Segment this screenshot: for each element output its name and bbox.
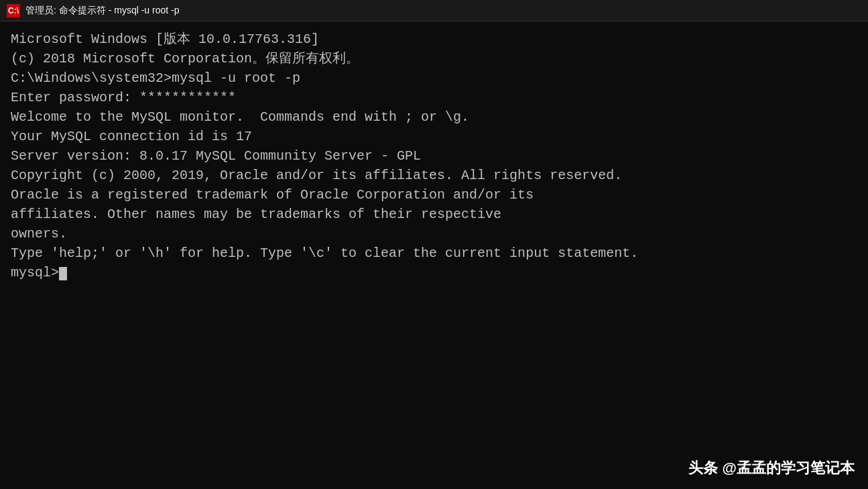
terminal-icon: C:\ [7,4,20,17]
watermark: 头条 @孟孟的学习笔记本 [688,458,855,478]
terminal-line: Copyright (c) 2000, 2019, Oracle and/or … [11,166,857,185]
terminal-content: Microsoft Windows [版本 10.0.17763.316](c)… [11,30,857,282]
terminal-line: Enter password: ************ [11,88,857,107]
terminal-line: (c) 2018 Microsoft Corporation。保留所有权利。 [11,49,857,68]
terminal-line: owners. [11,224,857,243]
terminal-line: Server version: 8.0.17 MySQL Community S… [11,146,857,166]
terminal-line: C:\Windows\system32>mysql -u root -p [11,68,857,88]
terminal-line: affiliates. Other names may be trademark… [11,205,857,224]
terminal-line: Microsoft Windows [版本 10.0.17763.316] [11,30,857,49]
terminal-line: Your MySQL connection id is 17 [11,127,857,146]
terminal-line: Type 'help;' or '\h' for help. Type '\c'… [11,243,857,263]
cursor [59,267,67,280]
terminal[interactable]: Microsoft Windows [版本 10.0.17763.316](c)… [0,21,868,489]
terminal-line: mysql> [11,263,857,282]
title-bar: C:\ 管理员: 命令提示符 - mysql -u root -p [0,0,868,21]
terminal-line: Welcome to the MySQL monitor. Commands e… [11,107,857,127]
terminal-line: Oracle is a registered trademark of Orac… [11,185,857,205]
title-bar-text: 管理员: 命令提示符 - mysql -u root -p [25,5,179,17]
